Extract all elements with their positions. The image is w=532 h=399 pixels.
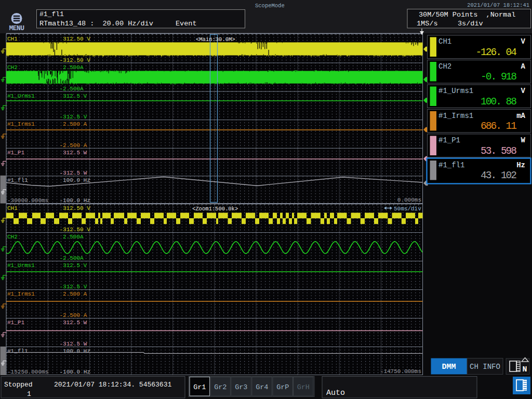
svg-text:#1_Urms1: #1_Urms1	[7, 93, 35, 99]
svg-text:-100.0 Hz: -100.0 Hz	[60, 369, 90, 375]
svg-text:-312.5 W: -312.5 W	[60, 341, 87, 347]
svg-text:-126. 04: -126. 04	[475, 47, 516, 58]
svg-text:GrP: GrP	[276, 383, 289, 391]
svg-text:686. 11: 686. 11	[481, 121, 516, 132]
svg-text:#1_fl1: #1_fl1	[39, 10, 64, 18]
svg-text:<Main:30.0M>: <Main:30.0M>	[196, 36, 235, 43]
svg-text:312.5 V: 312.5 V	[63, 262, 87, 269]
svg-text:#1_P1: #1_P1	[438, 136, 460, 144]
svg-text:0.000ms: 0.000ms	[397, 197, 421, 203]
svg-text:#1_fl1: #1_fl1	[7, 177, 28, 183]
svg-text:312.50 V: 312.50 V	[63, 205, 90, 211]
svg-text:#1_fl1: #1_fl1	[438, 161, 464, 169]
svg-text:#1_P1: #1_P1	[7, 320, 24, 326]
svg-text:-312.5 V: -312.5 V	[60, 114, 87, 120]
svg-text:W: W	[521, 136, 526, 144]
svg-text:RTmath13_48 : 20.00 Hz/div: RTmath13_48 : 20.00 Hz/div	[39, 20, 153, 28]
svg-text:-312.50 V: -312.50 V	[60, 227, 91, 233]
svg-text:-312.5 W: -312.5 W	[60, 170, 87, 176]
svg-text:CH1: CH1	[438, 37, 451, 46]
svg-text:V: V	[521, 87, 526, 95]
svg-text:<Zoom1:500.0k>: <Zoom1:500.0k>	[192, 206, 238, 212]
svg-text:53. 598: 53. 598	[481, 145, 516, 157]
svg-text:ScopeMode: ScopeMode	[255, 3, 285, 9]
svg-text:-14750.000ms: -14750.000ms	[380, 368, 421, 375]
svg-text:Gr4: Gr4	[256, 383, 268, 391]
svg-text:CH2: CH2	[7, 64, 18, 71]
svg-text:MENU: MENU	[9, 24, 24, 32]
svg-text:-30000.000ms: -30000.000ms	[7, 197, 48, 204]
svg-text:2.500 A: 2.500 A	[63, 121, 87, 127]
svg-text:312.5 W: 312.5 W	[63, 320, 87, 326]
svg-text:CH2: CH2	[7, 234, 18, 240]
svg-text:Stopped: Stopped	[4, 381, 33, 389]
svg-text:CH2: CH2	[438, 62, 451, 71]
svg-text:Gr2: Gr2	[214, 383, 227, 391]
svg-text:1MS/s: 1MS/s	[417, 20, 438, 28]
svg-text:-312.50 V: -312.50 V	[60, 57, 91, 63]
svg-text:100.0 Hz: 100.0 Hz	[63, 177, 90, 183]
svg-text:#1_fl1: #1_fl1	[7, 348, 28, 354]
svg-text:CH1: CH1	[7, 205, 18, 211]
svg-text:Auto: Auto	[326, 389, 345, 397]
svg-text:-312.5 V: -312.5 V	[60, 284, 87, 290]
svg-text:2.500A: 2.500A	[63, 234, 84, 240]
svg-text:#1_Irms1: #1_Irms1	[7, 291, 35, 297]
svg-text:3s/div: 3s/div	[458, 20, 483, 28]
svg-text:2.500A: 2.500A	[63, 64, 84, 71]
svg-text:100. 88: 100. 88	[481, 96, 516, 108]
svg-text:43. 102: 43. 102	[481, 170, 516, 181]
svg-text:-100.0 Hz: -100.0 Hz	[60, 197, 90, 204]
svg-text:Event: Event	[176, 20, 197, 28]
svg-text:GrH: GrH	[297, 383, 310, 391]
svg-text:DMM: DMM	[442, 363, 456, 371]
svg-text:312.5 W: 312.5 W	[63, 150, 87, 156]
svg-text:#1_P1: #1_P1	[7, 150, 24, 156]
svg-text:Hz: Hz	[516, 161, 525, 169]
svg-text:312.50 V: 312.50 V	[63, 36, 90, 42]
svg-text:#1_Irms1: #1_Irms1	[7, 121, 35, 127]
svg-text:N: N	[522, 365, 527, 374]
svg-text:CH1: CH1	[7, 36, 18, 42]
svg-text:2021/01/07 18:12:41: 2021/01/07 18:12:41	[467, 2, 529, 8]
svg-text:1: 1	[27, 390, 31, 398]
svg-text:mA: mA	[516, 112, 525, 120]
svg-text:-15250.000ms: -15250.000ms	[7, 369, 48, 375]
svg-text:2021/01/07 18:12:34. 54563631: 2021/01/07 18:12:34. 54563631	[54, 381, 171, 389]
svg-text:A: A	[521, 62, 526, 71]
svg-text:V: V	[521, 37, 526, 46]
svg-text:#1_Irms1: #1_Irms1	[438, 112, 473, 120]
svg-text:2.500 A: 2.500 A	[63, 291, 87, 297]
svg-text:#1_Urms1: #1_Urms1	[438, 87, 473, 95]
svg-text:312.5 V: 312.5 V	[63, 93, 87, 99]
svg-text:Gr3: Gr3	[235, 383, 247, 391]
svg-text:100.0 Hz: 100.0 Hz	[63, 348, 90, 354]
svg-text:-0. 918: -0. 918	[481, 71, 516, 83]
svg-text:-2.500A: -2.500A	[60, 255, 84, 261]
svg-text:50ms/div: 50ms/div	[394, 206, 421, 212]
svg-text:30M/50M Points ,Normal: 30M/50M Points ,Normal	[419, 11, 515, 19]
svg-text:-2.500 A: -2.500 A	[60, 312, 87, 318]
svg-text:-2.500A: -2.500A	[60, 86, 84, 92]
svg-text:-2.500 A: -2.500 A	[60, 142, 87, 149]
svg-text:CH INFO: CH INFO	[470, 363, 500, 371]
svg-text:#1_Urms1: #1_Urms1	[7, 262, 35, 269]
svg-text:Gr1: Gr1	[193, 383, 206, 391]
